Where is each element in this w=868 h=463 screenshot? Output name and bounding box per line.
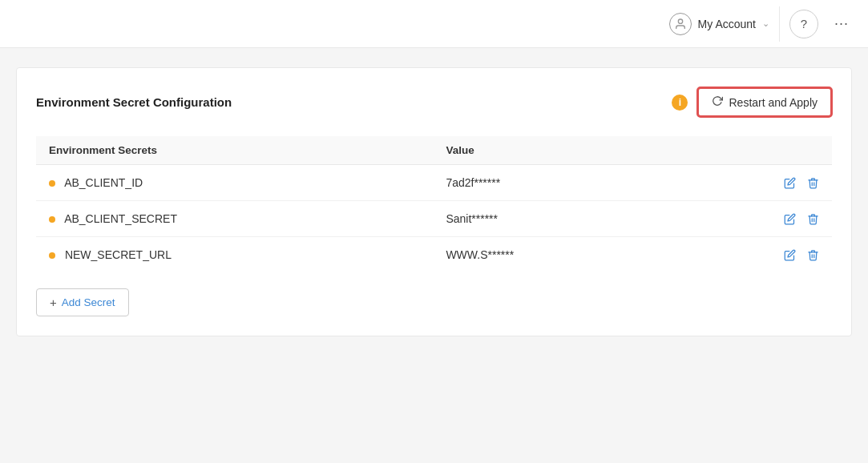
secret-name: NEW_SECRET_URL: [65, 248, 172, 261]
account-icon: [669, 13, 692, 35]
delete-icon[interactable]: [807, 177, 819, 189]
secret-name-cell: AB_CLIENT_ID: [36, 165, 433, 201]
secrets-table: Environment Secrets Value AB_CLIENT_ID 7…: [36, 136, 832, 272]
card-header: Environment Secret Configuration i Resta…: [36, 87, 832, 117]
account-label: My Account: [698, 18, 756, 30]
card-title: Environment Secret Configuration: [36, 95, 232, 109]
table-header-row: Environment Secrets Value: [36, 136, 832, 165]
more-menu-button[interactable]: ···: [828, 9, 855, 38]
ellipsis-icon: ···: [834, 15, 849, 32]
status-dot: [49, 180, 55, 187]
delete-icon[interactable]: [807, 213, 819, 225]
edit-icon[interactable]: [784, 213, 796, 225]
plus-icon: +: [50, 296, 57, 309]
svg-point-0: [678, 19, 682, 23]
edit-icon[interactable]: [784, 177, 796, 189]
info-icon[interactable]: i: [672, 95, 688, 111]
secret-name-cell: NEW_SECRET_URL: [36, 237, 433, 273]
delete-icon[interactable]: [807, 249, 819, 261]
secret-name: AB_CLIENT_ID: [64, 176, 143, 189]
add-secret-label-blue: Add Secret: [62, 296, 115, 308]
col-header-value: Value: [433, 136, 674, 165]
status-dot: [49, 252, 55, 259]
action-icons: [688, 213, 819, 225]
restart-button-label: Restart and Apply: [729, 96, 818, 109]
action-icons: [688, 249, 819, 261]
add-secret-button[interactable]: + Add Secret: [36, 288, 129, 316]
info-icon-label: i: [679, 97, 681, 108]
action-icons: [688, 177, 819, 189]
main-content: Environment Secret Configuration i Resta…: [0, 48, 868, 356]
secret-name-cell: AB_CLIENT_SECRET: [36, 201, 433, 237]
chevron-down-icon: ⌄: [762, 18, 769, 29]
secret-actions-cell: [675, 237, 832, 273]
secret-value-cell: 7ad2f******: [433, 165, 674, 201]
secret-name: AB_CLIENT_SECRET: [64, 212, 177, 225]
top-nav: My Account ⌄ ? ···: [0, 0, 868, 48]
restart-icon: [712, 95, 723, 109]
help-button[interactable]: ?: [789, 10, 818, 38]
status-dot: [49, 216, 55, 223]
table-row: NEW_SECRET_URL WWW.S******: [36, 237, 832, 273]
edit-icon[interactable]: [784, 249, 796, 261]
secret-actions-cell: [675, 165, 832, 201]
col-header-actions: [675, 136, 832, 165]
secret-value-cell: Sanit******: [433, 201, 674, 237]
secret-value-cell: WWW.S******: [433, 237, 674, 273]
secret-actions-cell: [675, 201, 832, 237]
restart-apply-button[interactable]: Restart and Apply: [697, 87, 832, 117]
card-header-actions: i Restart and Apply: [672, 87, 832, 117]
config-card: Environment Secret Configuration i Resta…: [16, 67, 852, 336]
col-header-secrets: Environment Secrets: [36, 136, 433, 165]
help-icon: ?: [801, 17, 807, 30]
account-menu[interactable]: My Account ⌄: [660, 6, 780, 42]
table-row: AB_CLIENT_SECRET Sanit******: [36, 201, 832, 237]
table-row: AB_CLIENT_ID 7ad2f******: [36, 165, 832, 201]
